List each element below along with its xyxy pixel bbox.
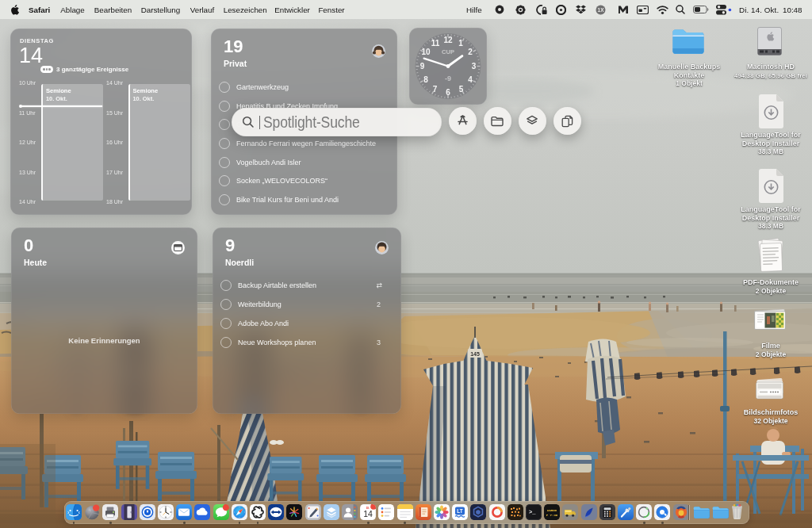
svg-text:LT: LT: [458, 508, 463, 514]
svg-text:>_: >_: [529, 509, 536, 515]
svg-text:14: 14: [363, 509, 373, 518]
svg-text:WARNG: WARNG: [547, 509, 557, 512]
svg-text:F 7:36: F 7:36: [546, 514, 558, 517]
